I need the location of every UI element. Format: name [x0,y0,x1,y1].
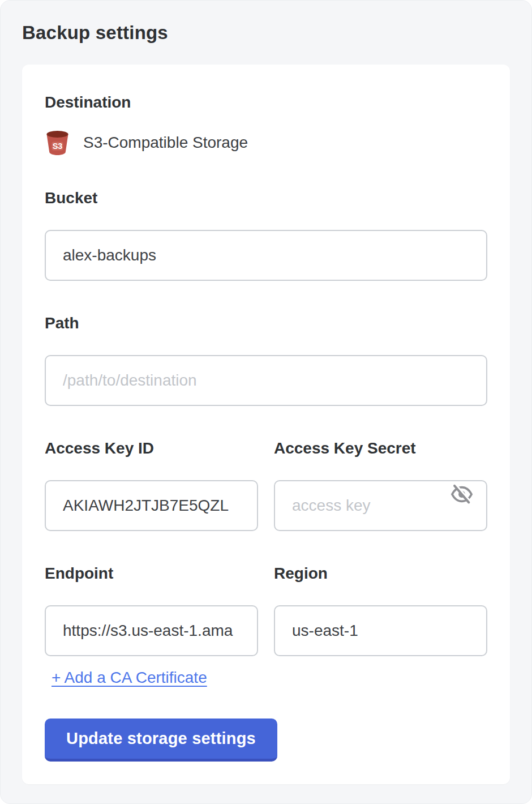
svg-text:S3: S3 [53,142,63,151]
path-input[interactable] [45,355,487,406]
add-ca-certificate-link[interactable]: + Add a CA Certificate [52,669,207,687]
page-title: Backup settings [22,22,531,44]
endpoint-region-row: Endpoint Region [45,564,487,656]
access-key-secret-wrap [274,457,487,531]
s3-bucket-icon: S3 [45,130,70,156]
access-key-id-label: Access Key ID [45,439,258,457]
update-storage-settings-button[interactable]: Update storage settings [45,719,277,762]
bucket-input[interactable] [45,230,487,281]
destination-label: Destination [45,93,487,112]
access-key-id-input[interactable] [45,480,258,531]
endpoint-label: Endpoint [45,564,258,583]
path-label: Path [45,314,487,332]
region-input[interactable] [274,605,487,656]
access-key-secret-label: Access Key Secret [274,439,487,457]
backup-settings-page: Backup settings Destination S3 S3-Compat… [0,0,532,804]
eye-slash-icon [450,482,474,506]
endpoint-input[interactable] [45,605,258,656]
bucket-label: Bucket [45,189,487,207]
toggle-secret-visibility-button[interactable] [449,481,475,507]
destination-value: S3-Compatible Storage [83,134,248,152]
destination-row: S3 S3-Compatible Storage [45,130,487,156]
access-key-row: Access Key ID Access Key Secret [45,439,487,531]
settings-card: Destination S3 S3-Compatible Storage Buc… [22,65,510,784]
region-label: Region [274,564,487,583]
